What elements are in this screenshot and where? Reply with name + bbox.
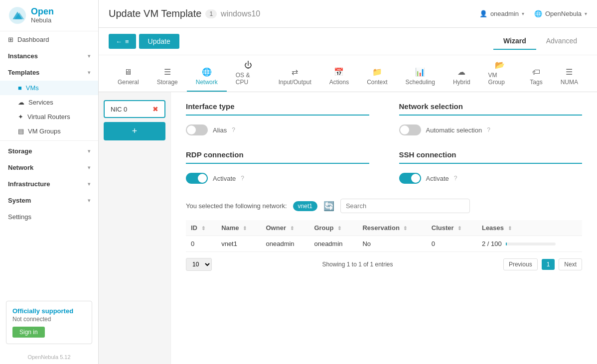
infrastructure-chevron: ▾ (88, 181, 90, 187)
main-content: Update VM Template 1 windows10 👤 oneadmi… (99, 0, 597, 364)
alias-help-icon[interactable]: ? (232, 126, 235, 133)
sort-name-icon: ⇕ (243, 226, 247, 231)
numa-tab-icon: ☰ (566, 67, 573, 77)
hybrid-tab-icon: ☁ (457, 67, 465, 77)
hybrid-tab-label: Hybrid (453, 79, 470, 86)
table-row[interactable]: 0 vnet1 oneadmin oneadmin No 0 2 / 100 (186, 236, 582, 252)
alias-label: Alias (213, 126, 227, 134)
col-group[interactable]: Group ⇕ (309, 220, 357, 236)
general-tab-icon: 🖥 (124, 68, 132, 77)
action-buttons: ← ≡ Update (109, 34, 179, 49)
wizard-tab[interactable]: Wizard (493, 33, 536, 50)
interface-type-block: Interface type Alias ? (186, 102, 369, 135)
connection-sections: RDP connection Activate ? SSH connection… (186, 150, 582, 184)
tab-input-output[interactable]: ⇄ Input/Output (270, 62, 320, 92)
nic-add-icon: + (132, 126, 138, 136)
cell-cluster: 0 (427, 236, 477, 252)
topbar-right: 👤 oneadmin ▾ 🌐 OpenNebula ▾ (479, 10, 587, 17)
previous-button[interactable]: Previous (503, 258, 538, 270)
sidebar-section-storage[interactable]: Storage ▾ (0, 143, 98, 159)
rdp-title: RDP connection (186, 150, 369, 164)
topbar-username: oneadmin (490, 10, 519, 17)
sidebar-section-infrastructure[interactable]: Infrastructure ▾ (0, 176, 98, 192)
tab-scheduling[interactable]: 📊 Scheduling (397, 62, 444, 92)
os-cpu-tab-icon: ⏻ (244, 61, 252, 70)
network-selected-row: You selected the following network: vnet… (186, 199, 582, 213)
tab-context[interactable]: 📁 Context (358, 62, 396, 92)
sidebar-item-settings[interactable]: Settings (0, 209, 98, 225)
org-caret: ▾ (585, 11, 587, 16)
col-id[interactable]: ID ⇕ (186, 220, 216, 236)
network-refresh-button[interactable]: 🔄 (323, 201, 334, 212)
tab-tags[interactable]: 🏷 Tags (521, 63, 551, 92)
tab-general[interactable]: 🖥 General (109, 63, 148, 92)
auto-selection-help-icon[interactable]: ? (487, 126, 490, 133)
ssh-toggle[interactable] (399, 173, 421, 184)
sidebar-section-system[interactable]: System ▾ (0, 192, 98, 209)
cell-leases: 2 / 100 (477, 236, 582, 252)
network-table: ID ⇕ Name ⇕ Owner ⇕ Group ⇕ Reservation … (186, 220, 582, 252)
sidebar-item-vms[interactable]: ■ VMs (0, 81, 98, 95)
user-caret: ▾ (522, 11, 524, 16)
rdp-help-icon[interactable]: ? (241, 175, 244, 182)
version-text: OpenNebula 5.12 (0, 350, 98, 364)
interface-type-title: Interface type (186, 102, 369, 116)
tab-storage[interactable]: ☰ Storage (148, 62, 187, 92)
rdp-toggle[interactable] (186, 173, 208, 184)
sidebar-item-dashboard[interactable]: ⊞ Dashboard (0, 31, 98, 48)
alias-toggle[interactable] (186, 124, 208, 135)
sidebar-item-vm-groups[interactable]: ▤ VM Groups (0, 124, 98, 138)
col-name[interactable]: Name ⇕ (216, 220, 261, 236)
storage-chevron: ▾ (88, 148, 90, 154)
back-button[interactable]: ← ≡ (109, 34, 136, 49)
ssh-help-icon[interactable]: ? (454, 175, 457, 182)
nic0-remove-icon[interactable]: ✖ (152, 105, 158, 113)
col-owner[interactable]: Owner ⇕ (261, 220, 309, 236)
auto-selection-toggle[interactable] (399, 124, 421, 135)
sidebar-label-infrastructure: Infrastructure (8, 180, 50, 188)
tab-network[interactable]: 🌐 Network (187, 62, 227, 92)
tags-tab-icon: 🏷 (532, 68, 540, 77)
network-selected-text: You selected the following network: (186, 202, 287, 210)
logo-subtext: Nebula (31, 17, 54, 24)
tab-numa[interactable]: ☰ NUMA (552, 62, 587, 92)
sign-in-button[interactable]: Sign in (12, 327, 45, 338)
sort-id-icon: ⇕ (201, 226, 205, 231)
col-cluster[interactable]: Cluster ⇕ (427, 220, 477, 236)
next-button[interactable]: Next (559, 258, 582, 270)
page-title-name: windows10 (221, 9, 260, 18)
nic-tab-0[interactable]: NIC 0 ✖ (104, 100, 165, 118)
topbar-user[interactable]: 👤 oneadmin ▾ (479, 10, 524, 17)
rdp-block: RDP connection Activate ? (186, 150, 369, 184)
scheduling-tab-icon: 📊 (415, 67, 425, 77)
sidebar-item-virtual-routers[interactable]: ✦ Virtual Routers (0, 110, 98, 124)
update-button[interactable]: Update (139, 34, 179, 49)
sidebar-item-services[interactable]: ☁ Services (0, 95, 98, 110)
col-leases[interactable]: Leases ⇕ (477, 220, 582, 236)
sidebar-label-vms: VMs (26, 84, 39, 92)
page-title: Update VM Template 1 windows10 (109, 8, 260, 19)
network-search-input[interactable] (340, 199, 470, 213)
topbar-org[interactable]: 🌐 OpenNebula ▾ (534, 10, 587, 17)
cell-reservation: No (357, 236, 426, 252)
col-reservation[interactable]: Reservation ⇕ (357, 220, 426, 236)
tab-os-cpu[interactable]: ⏻ OS & CPU (227, 56, 270, 92)
nic-add-button[interactable]: + (104, 122, 165, 140)
sidebar-section-network[interactable]: Network ▾ (0, 159, 98, 176)
page-title-badge: 1 (205, 9, 217, 18)
auto-selection-label: Automatic selection (426, 126, 482, 134)
wizard-advanced-tabs: Wizard Advanced (493, 33, 587, 50)
sidebar-section-instances[interactable]: Instances ▾ (0, 48, 98, 64)
vmgroups-icon: ▤ (18, 127, 24, 135)
content-area: NIC 0 ✖ + Interface type Alias ? (99, 92, 597, 364)
page-number-button[interactable]: 1 (542, 259, 555, 270)
sidebar: OpenNebula ⊞ Dashboard Instances ▾ Templ… (0, 0, 99, 364)
per-page-select[interactable]: 10 25 50 (186, 258, 212, 271)
dashboard-icon: ⊞ (8, 36, 13, 43)
alias-toggle-row: Alias ? (186, 124, 369, 135)
tab-vm-group[interactable]: 📂 VM Group (479, 55, 521, 92)
tab-actions[interactable]: 📅 Actions (320, 62, 358, 92)
advanced-tab[interactable]: Advanced (536, 33, 587, 50)
sidebar-section-templates[interactable]: Templates ▾ (0, 64, 98, 81)
tab-hybrid[interactable]: ☁ Hybrid (444, 62, 479, 92)
